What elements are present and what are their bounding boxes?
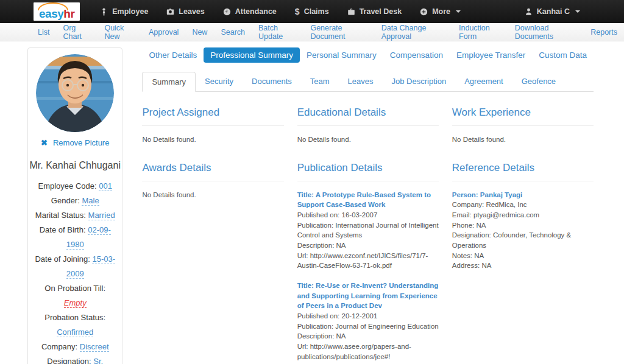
nav-item-label: Travel Desk: [360, 7, 402, 16]
publication-entry: Title: A Prototype Rule-Based System to …: [297, 190, 439, 271]
tab-compensation[interactable]: Compensation: [383, 47, 450, 63]
nav-item-more[interactable]: More: [411, 0, 470, 23]
subtab-team[interactable]: Team: [301, 72, 339, 92]
subnav-item-list[interactable]: List: [31, 28, 56, 37]
subtab-summary[interactable]: Summary: [142, 72, 196, 92]
field-value[interactable]: 001: [99, 181, 112, 191]
tab-personal-summary[interactable]: Personal Summary: [300, 47, 383, 63]
logo-cloud-icon: [38, 2, 68, 10]
field-label: On Probation Till:: [44, 284, 105, 293]
reference-person: Person: Pankaj Tyagi: [452, 190, 594, 200]
nav-item-claims[interactable]: $ Claims: [286, 0, 338, 23]
publication-title: Title: A Prototype Rule-Based System to …: [297, 190, 439, 210]
subtab-agreement[interactable]: Agreement: [455, 72, 512, 92]
field-company: Company: Discreet: [28, 340, 122, 354]
tab-custom-data[interactable]: Custom Data: [532, 47, 594, 63]
section-project-assigned: Project Assigned No Details found.: [142, 107, 283, 145]
subnav-item-org-chart[interactable]: Org Chart: [56, 24, 98, 41]
section-publication-details: Publication Details Title: A Prototype R…: [297, 162, 439, 362]
field-date-of-joining: Date of Joining: 15-03-2009: [28, 252, 122, 281]
user-name: Kanhai C: [537, 7, 570, 16]
field-label: Company:: [41, 342, 77, 351]
subnav-item-generate-document[interactable]: Generate Document: [303, 24, 374, 41]
reference-address: Address: NA: [452, 261, 594, 271]
subnav-item-induction-form[interactable]: Induction Form: [452, 24, 508, 41]
content-area: ✖ Remove Picture Mr. Kanhai Chhugani Emp…: [0, 41, 624, 364]
section-title: Reference Details: [452, 162, 594, 181]
nav-item-label: More: [432, 7, 450, 16]
subnav-item-search[interactable]: Search: [214, 28, 252, 37]
employee-name: Mr. Kanhai Chhugani: [28, 160, 122, 171]
publication-title: Title: Re-Use or Re-Invent? Understandin…: [297, 281, 439, 311]
nav-item-leaves[interactable]: Leaves: [157, 0, 213, 23]
profile-photo: [36, 54, 114, 132]
nav-item-label: Leaves: [179, 7, 204, 16]
field-label: Marital Status:: [35, 211, 86, 220]
publication-published-on: Published on: 16-03-2007: [297, 210, 439, 220]
field-gender: Gender: Male: [28, 194, 122, 208]
chevron-down-icon: [456, 10, 461, 13]
subnav-item-new[interactable]: New: [185, 28, 214, 37]
nav-item-attendance[interactable]: Attendance: [214, 0, 286, 23]
subtab-leaves[interactable]: Leaves: [339, 72, 383, 92]
easyhr-logo[interactable]: easy hr: [34, 2, 80, 21]
summary-sections: Project Assigned No Details found. Educa…: [142, 107, 594, 362]
field-date-of-birth: Date of Birth: 02-09-1980: [28, 223, 122, 252]
section-title: Publication Details: [297, 162, 439, 181]
section-empty-text: No Details found.: [142, 190, 283, 200]
nav-item-employee[interactable]: Employee: [91, 0, 157, 23]
profile-photo-image: [36, 54, 114, 132]
nav-item-label: Attendance: [235, 7, 277, 16]
field-value[interactable]: Confirmed: [57, 327, 93, 337]
top-navbar: easy hr Employee Leaves Attendance $ Cla…: [0, 0, 624, 23]
tab-employee-transfer[interactable]: Employee Transfer: [450, 47, 532, 63]
publication-published-on: Published on: 20-12-2001: [297, 311, 439, 321]
main-tabs: Other Details Professional Summary Perso…: [142, 47, 594, 63]
nav-item-label: Claims: [304, 7, 329, 16]
reference-email: Email: ptyagi@redmica.com: [452, 210, 594, 220]
section-empty-text: No Details found.: [452, 135, 594, 145]
remove-picture-button[interactable]: ✖ Remove Picture: [28, 138, 122, 147]
field-value[interactable]: Empty: [64, 298, 87, 308]
tab-professional-summary[interactable]: Professional Summary: [204, 47, 300, 63]
field-label: Date of Joining:: [35, 254, 90, 264]
publication-description: Description: NA: [297, 240, 439, 251]
reference-entry: Person: Pankaj Tyagi Company: RedMica, I…: [452, 190, 594, 271]
user-menu[interactable]: Kanhai C: [525, 7, 580, 16]
field-value[interactable]: Discreet: [80, 342, 109, 352]
reference-phone: Phone: NA: [452, 220, 594, 231]
user-icon: [525, 8, 533, 16]
publication-journal: Publication: Journal of Engineering Educ…: [297, 321, 439, 332]
subnav-item-download-documents[interactable]: Download Documents: [508, 24, 584, 41]
main-panel: Other Details Professional Summary Perso…: [142, 47, 594, 362]
close-x-icon: ✖: [41, 138, 48, 147]
field-employee-code: Employee Code: 001: [28, 179, 122, 194]
tab-other-details[interactable]: Other Details: [142, 47, 204, 63]
field-label: Gender:: [51, 196, 80, 205]
field-value[interactable]: Male: [82, 196, 99, 206]
subnav-item-approval[interactable]: Approval: [142, 28, 185, 37]
subtab-documents[interactable]: Documents: [243, 72, 301, 92]
subnav-item-quick-new[interactable]: Quick New: [98, 24, 142, 41]
subtab-geofence[interactable]: Geofence: [512, 72, 565, 92]
field-on-probation-till: On Probation Till: Empty: [28, 281, 122, 310]
briefcase-icon: [347, 8, 355, 16]
remove-picture-label: Remove Picture: [53, 138, 109, 147]
subnav-item-data-change-approval[interactable]: Data Change Approval: [375, 24, 452, 41]
subtab-security[interactable]: Security: [196, 72, 243, 92]
nav-item-label: Employee: [112, 7, 148, 16]
field-value[interactable]: Married: [88, 211, 115, 220]
field-label: Designation:: [47, 357, 91, 364]
section-title: Educational Details: [297, 107, 439, 126]
nav-item-travel-desk[interactable]: Travel Desk: [338, 0, 411, 23]
section-reference-details: Reference Details Person: Pankaj Tyagi C…: [452, 162, 594, 362]
subnav-item-reports[interactable]: Reports: [584, 28, 624, 37]
section-title: Awards Details: [142, 162, 283, 181]
sub-tabs: Summary Security Documents Team Leaves J…: [142, 72, 594, 92]
subtab-job-description[interactable]: Job Description: [383, 72, 456, 92]
section-title: Work Experience: [452, 107, 594, 126]
section-empty-text: No Details found.: [142, 135, 283, 145]
subnav-item-batch-update[interactable]: Batch Update: [252, 24, 303, 41]
field-label: Date of Birth:: [40, 225, 86, 234]
section-empty-text: No Details found.: [297, 135, 439, 145]
